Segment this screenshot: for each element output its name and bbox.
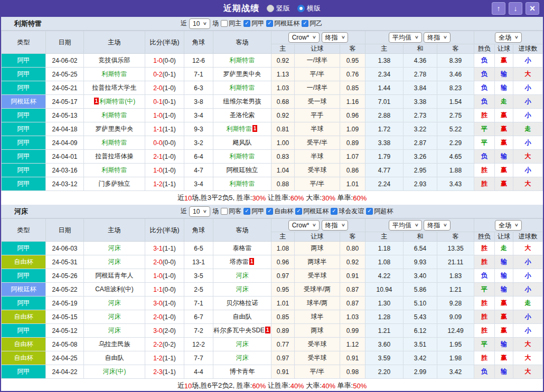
odds-home: 1.01: [271, 297, 295, 310]
away-team: 河床: [213, 338, 271, 351]
move-up-button[interactable]: ↑: [492, 2, 505, 15]
match-row: 阿甲24-04-22河床(中)2-3(1-1)4-4博卡青年0.91平/半0.9…: [2, 365, 543, 379]
recent-results-window: 近期战绩 竖版 横版 ↑ ↓ × 利斯特雷 近 10 ∨ 场 同主: [0, 0, 544, 392]
league-filter-checkbox[interactable]: 阿根廷杯: [266, 19, 299, 28]
radio-label[interactable]: 横版: [307, 4, 321, 13]
recent-count-value: 10: [193, 207, 200, 216]
match-row: 阿甲24-05-12河床3-0(2-0)7-2科尔多瓦中央SDE10.89两球0…: [2, 324, 543, 338]
odds-home: 1.13: [271, 68, 295, 81]
radio-icon[interactable]: [297, 5, 305, 12]
subcol-odds-away: 客: [340, 232, 365, 242]
odds-handicap: 球半/两: [295, 297, 340, 310]
corner-score: 13-1: [184, 255, 213, 269]
odds-final-select[interactable]: 终指∨: [322, 32, 349, 43]
move-down-button[interactable]: ↓: [509, 2, 522, 15]
recent-count-select[interactable]: 10 ∨: [189, 206, 210, 217]
away-team: 塔赤雷1: [213, 255, 271, 269]
checkbox-icon[interactable]: [221, 20, 228, 27]
layout-radio-horizontal[interactable]: 横版: [297, 4, 321, 13]
checkbox-icon[interactable]: [266, 20, 273, 27]
same-away-checkbox[interactable]: 同客: [221, 207, 241, 216]
column-header-corner: 角球: [184, 31, 213, 54]
odds-home: 0.92: [271, 54, 295, 68]
checkbox-icon[interactable]: [295, 208, 302, 215]
result-winloss: 负: [474, 81, 495, 95]
league-filter-checkbox[interactable]: 阿根廷杯: [295, 207, 329, 216]
league-filter-checkbox[interactable]: 球会友谊: [331, 207, 364, 216]
result-goals: 小: [513, 310, 543, 324]
score: 3-0(2-0): [145, 324, 184, 338]
checkbox-icon[interactable]: [221, 208, 228, 215]
result-handicap: 输: [495, 365, 513, 379]
league-type-badge: 阿甲: [2, 68, 46, 81]
avg-home: 1.18: [365, 242, 404, 255]
odds-company-select[interactable]: Crow*∨: [288, 220, 320, 231]
result-handicap: 输: [495, 81, 513, 95]
avg-draw: 6.54: [404, 242, 437, 255]
radio-label[interactable]: 竖版: [276, 4, 290, 13]
radio-icon[interactable]: [267, 5, 274, 12]
match-date: 24-05-13: [46, 109, 84, 122]
odds-company-select[interactable]: Crow*∨: [288, 32, 320, 43]
average-final-select[interactable]: 终指∨: [424, 32, 451, 43]
score: 0-2(0-1): [145, 68, 184, 81]
odds-home: 0.97: [271, 351, 295, 365]
odds-away: 1.07: [340, 150, 365, 164]
league-filter-checkbox[interactable]: 阿甲: [243, 207, 264, 216]
window-title: 近期战绩: [223, 3, 259, 14]
subcol-winloss: 胜负: [474, 44, 495, 54]
league-filter-checkbox[interactable]: 阿乙: [302, 19, 322, 28]
league-type-badge: 阿甲: [2, 324, 46, 338]
checkbox-icon[interactable]: [302, 20, 308, 27]
average-select[interactable]: 平均值∨: [389, 32, 422, 43]
column-header-type: 类型: [2, 31, 46, 54]
match-row: 阿甲24-05-26阿根廷青年人1-0(1-0)3-5河床0.97受半球0.91…: [2, 269, 543, 283]
league-filter-checkbox[interactable]: 自由杯: [266, 207, 293, 216]
result-handicap: 输: [495, 269, 513, 283]
avg-draw: 3.42: [404, 351, 437, 365]
avg-home: 7.01: [365, 95, 404, 109]
fulltime-select[interactable]: 全场∨: [495, 220, 522, 231]
result-handicap: 赢: [495, 297, 513, 310]
summary-text: 40%: [322, 382, 335, 390]
result-winloss: 负: [474, 95, 495, 109]
average-final-select[interactable]: 终指∨: [424, 220, 451, 231]
column-header-date: 日期: [46, 219, 84, 242]
corner-score: 3-5: [184, 269, 213, 283]
subcol-odds-home: 主: [271, 232, 295, 242]
avg-draw: 2.99: [404, 365, 437, 379]
fulltime-select[interactable]: 全场∨: [495, 32, 522, 43]
recent-count-select[interactable]: 10 ∨: [189, 18, 210, 29]
filter-bar: 近 10 ∨ 场 同主 阿甲阿根廷杯阿乙: [181, 18, 322, 29]
layout-radio-vertical[interactable]: 竖版: [267, 4, 290, 13]
same-home-checkbox[interactable]: 同主: [221, 19, 241, 28]
match-row: 阿甲24-04-01拉普拉塔体操2-1(1-0)6-4利斯特雷0.83半球1.0…: [2, 150, 543, 164]
avg-away: 9.09: [437, 310, 474, 324]
close-button[interactable]: ×: [526, 2, 539, 15]
odds-final-select[interactable]: 终指∨: [322, 220, 349, 231]
league-filter-checkbox[interactable]: 阿超杯: [366, 207, 393, 216]
avg-draw: 3.38: [404, 95, 437, 109]
checkbox-label: 同客: [229, 207, 241, 216]
average-select[interactable]: 平均值∨: [389, 220, 422, 231]
corner-score: 3-4: [184, 109, 213, 122]
avg-draw: 3.22: [404, 122, 437, 136]
result-group-header: 全场∨: [474, 219, 543, 232]
checkbox-icon[interactable]: [366, 208, 373, 215]
match-row: 阿根廷杯24-05-171利斯特雷(中)0-1(0-1)3-8纽维尔老男孩0.6…: [2, 95, 543, 109]
corner-score: 4-7: [184, 164, 213, 177]
result-winloss: 平: [474, 122, 495, 136]
avg-home: 2.88: [365, 109, 404, 122]
result-goals: 小: [513, 164, 543, 177]
checkbox-icon[interactable]: [243, 208, 250, 215]
checkbox-icon[interactable]: [331, 208, 337, 215]
matches-label: 场: [212, 19, 219, 28]
chevron-down-icon: ∨: [203, 207, 207, 216]
league-type-badge: 阿甲: [2, 242, 46, 255]
league-filter-checkbox[interactable]: 阿甲: [243, 19, 264, 28]
odds-handicap: 一/球半: [295, 54, 340, 68]
checkbox-icon[interactable]: [243, 20, 250, 27]
result-goals: 走: [513, 297, 543, 310]
checkbox-icon[interactable]: [266, 208, 273, 215]
league-type-badge: 阿甲: [2, 177, 46, 191]
